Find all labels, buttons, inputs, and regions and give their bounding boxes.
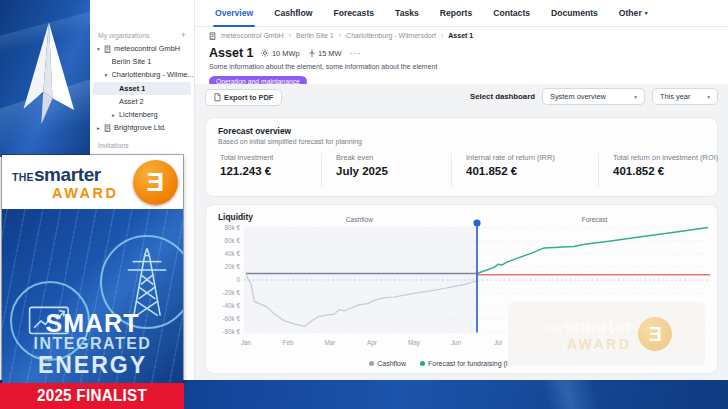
sidebar-item-asset-1[interactable]: Asset 1: [93, 82, 191, 95]
liquidity-chart: 80k €60k €40k €20k €0-20k €-40k €-60k €-…: [206, 205, 719, 375]
today-marker-dot: [473, 219, 480, 226]
x-axis-label: Feb: [283, 339, 294, 346]
y-axis-label: -80k €: [222, 328, 240, 335]
legend-forecast-for-fundraising-i[interactable]: Forecast for fundraising (I: [420, 360, 508, 367]
expand-arrow-icon[interactable]: ▸: [112, 112, 119, 118]
breadcrumb-item-berlin-site-1[interactable]: Berlin Site 1: [296, 32, 334, 39]
metric-internal-rate-of-return-irr: Internal rate of return (IRR)401.852 €: [451, 153, 598, 187]
tab-cashflow[interactable]: Cashflow: [274, 0, 312, 27]
tab-tasks[interactable]: Tasks: [395, 0, 419, 27]
promo-text-energy: ENERGY: [2, 353, 183, 377]
tab-forecasts[interactable]: Forecasts: [333, 0, 374, 27]
legend-dot-icon: [420, 361, 425, 366]
y-axis-label: -60k €: [222, 315, 240, 322]
forecast-overview-title: Forecast overview: [218, 126, 717, 136]
metric-value: 401.852 €: [613, 165, 716, 177]
sidebar-item-lichtenberg[interactable]: ▸Lichtenberg: [90, 108, 194, 121]
tab-bar: OverviewCashflowForecastsTasksReportsCon…: [195, 0, 728, 27]
screenshot-root: My organizations+▾meteocontrol GmbHBerli…: [0, 0, 728, 409]
chevron-down-icon: ▾: [707, 94, 710, 100]
metric-value: 121.243 €: [220, 165, 321, 177]
legend-cashflow[interactable]: Cashflow: [369, 360, 406, 367]
organization-icon: [104, 124, 111, 132]
x-axis-label: May: [408, 339, 421, 347]
y-axis-label: -20k €: [222, 289, 240, 296]
sidebar-section-invitations: Invitations: [90, 139, 194, 152]
x-axis-label: Mar: [325, 339, 336, 346]
collapse-arrow-icon[interactable]: ▾: [105, 72, 112, 78]
metric-break-even: Break evenJuly 2025: [321, 153, 451, 187]
breadcrumb-item-charlottenburg-wilmersdorf[interactable]: Charlottenburg - Wilmersdorf: [346, 32, 436, 39]
asset-header: Asset 1 10 MWp: [195, 44, 728, 84]
capacity-mwp-value: 10 MWp: [272, 49, 300, 58]
expand-arrow-icon[interactable]: ▸: [97, 125, 104, 131]
sidebar-item-charlottenburg-wilme[interactable]: ▾Charlottenburg - Wilme...: [90, 68, 194, 81]
x-axis-label: Jul: [494, 339, 502, 346]
metric-label: Total return on investment (ROI): [613, 153, 716, 162]
breadcrumb: meteocontrol GmbH›Berlin Site 1›Charlott…: [195, 27, 728, 44]
export-pdf-label: Export to PDF: [224, 93, 273, 102]
period-select[interactable]: This year ▾: [652, 88, 718, 105]
select-dashboard-label: Select dashboard: [470, 92, 535, 101]
sidebar-section-label: Invitations: [98, 142, 129, 149]
forecast-overview-card: Forecast overview Based on initial simpl…: [205, 117, 718, 197]
forecast-overview-subtitle: Based on initial simplified forecast for…: [218, 138, 717, 145]
dashboard-select-value: System overview: [550, 92, 606, 101]
tab-other[interactable]: Other▾: [619, 0, 648, 27]
export-pdf-button[interactable]: Export to PDF: [205, 89, 282, 106]
sun-icon: [261, 49, 269, 57]
tab-documents[interactable]: Documents: [551, 0, 598, 27]
metric-value: July 2025: [336, 165, 451, 177]
more-menu-icon[interactable]: ···: [349, 49, 361, 58]
sidebar-item-label: Berlin Site 1: [112, 57, 152, 66]
finalist-banner: 2025 FINALIST: [0, 383, 184, 409]
award-card-header: THE smarter AWARD Ǝ: [2, 155, 183, 209]
sidebar-item-asset-2[interactable]: Asset 2: [90, 95, 194, 108]
period-select-value: This year: [660, 92, 690, 101]
tab-overview[interactable]: Overview: [215, 0, 253, 27]
legend-dot-icon: [369, 361, 374, 366]
chart-legend: CashflowForecast for fundraising (I: [206, 360, 717, 367]
x-axis-label: Jan: [241, 339, 252, 346]
promo-text-integrated: INTEGRATED: [2, 336, 183, 353]
metric-row: Total investment121.243 €Break evenJuly …: [218, 153, 717, 187]
metric-label: Internal rate of return (IRR): [466, 153, 598, 162]
capacity-mwp: 10 MWp: [261, 49, 299, 58]
paper-plane-graphic: [8, 15, 84, 139]
award-card-body: SMART INTEGRATED ENERGY: [2, 209, 183, 385]
metric-label: Total investment: [220, 153, 321, 162]
series-inline-label: Cashflow: [346, 216, 373, 223]
breadcrumb-separator: ›: [339, 32, 341, 39]
tab-reports[interactable]: Reports: [440, 0, 472, 27]
asset-description: Some information about the element, some…: [209, 63, 728, 70]
main-content: OverviewCashflowForecastsTasksReportsCon…: [195, 0, 728, 383]
dashboard-area: Export to PDF Select dashboard System ov…: [195, 84, 728, 383]
tab-contacts[interactable]: Contacts: [493, 0, 530, 27]
sidebar-item-brightgrove-ltd[interactable]: ▸Brightgrove Ltd.: [90, 121, 194, 134]
award-logo-smarter: smarter: [34, 164, 101, 186]
sidebar-item-berlin-site-1[interactable]: Berlin Site 1: [90, 55, 194, 68]
chevron-down-icon: ▾: [634, 94, 637, 100]
series-inline-label: Forecast: [582, 216, 608, 223]
breadcrumb-item-meteocontrol-gmbh[interactable]: meteocontrol GmbH: [221, 32, 284, 39]
chevron-down-icon: ▾: [645, 10, 648, 16]
breadcrumb-separator: ›: [289, 32, 291, 39]
dashboard-select[interactable]: System overview ▾: [542, 88, 645, 105]
sidebar-item-label: Lichtenberg: [119, 110, 158, 119]
collapse-arrow-icon[interactable]: ▾: [97, 46, 104, 52]
promo-text-smart: SMART: [2, 310, 183, 336]
breadcrumb-item-asset-1[interactable]: Asset 1: [448, 32, 473, 39]
document-icon: [214, 93, 221, 102]
wind-turbine-icon: [308, 49, 316, 58]
y-axis-label: -40k €: [222, 302, 240, 309]
add-organization-button[interactable]: +: [181, 31, 186, 40]
legend-label: Forecast for fundraising (I: [428, 360, 508, 367]
x-axis-label: Apr: [367, 339, 377, 347]
sidebar-item-meteocontrol-gmbh[interactable]: ▾meteocontrol GmbH: [90, 42, 194, 55]
electricity-pylon-icon: [121, 246, 173, 318]
award-card: THE smarter AWARD Ǝ: [2, 155, 183, 385]
finalist-label: 2025 FINALIST: [37, 387, 147, 405]
metric-total-return-on-investment-roi: Total return on investment (ROI)401.852 …: [598, 153, 716, 187]
sidebar-section-my-organizations: My organizations+: [90, 29, 194, 42]
sidebar-item-label: Brightgrove Ltd.: [114, 123, 166, 132]
